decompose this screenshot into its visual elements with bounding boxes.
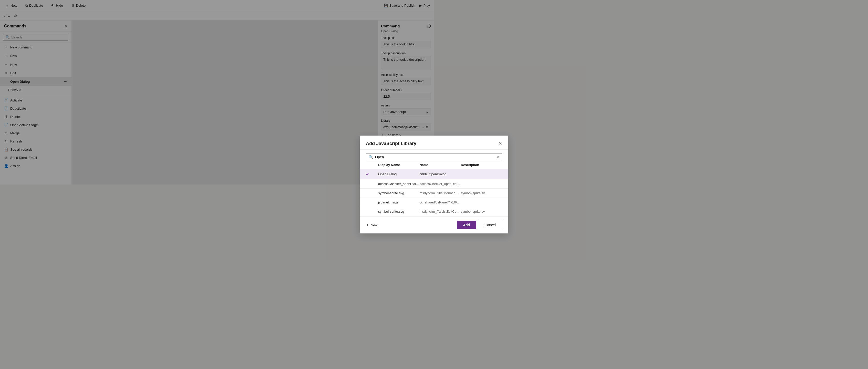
modal-title: Add JavaScript Library: [366, 141, 416, 146]
modal-table: Display Name Name Description ✔ Open Dia…: [360, 161, 434, 184]
table-header: Display Name Name Description: [360, 161, 434, 169]
cell-name: accessChecker_openDial...: [420, 182, 434, 184]
header-checkbox-col: [366, 163, 378, 167]
header-name: Name: [420, 163, 434, 167]
table-row[interactable]: accessChecker_openDialog.js accessChecke…: [360, 179, 434, 184]
modal-search-box[interactable]: 🔍 ✕: [366, 153, 434, 161]
modal-search-area: 🔍 ✕: [360, 150, 434, 161]
search-icon: 🔍: [369, 155, 373, 159]
cell-display-name: Open Dialog: [378, 172, 420, 176]
modal-header: Add JavaScript Library ✕: [360, 136, 434, 150]
add-js-library-modal: Add JavaScript Library ✕ 🔍 ✕ Display Nam…: [360, 136, 434, 184]
header-display-name: Display Name: [378, 163, 420, 167]
cell-name: crfb6_OpenDialog: [420, 172, 434, 176]
modal-search-input[interactable]: [375, 155, 434, 159]
table-row[interactable]: ✔ Open Dialog crfb6_OpenDialog: [360, 169, 434, 179]
cell-display-name: accessChecker_openDialog.js: [378, 182, 420, 184]
modal-overlay: Add JavaScript Library ✕ 🔍 ✕ Display Nam…: [0, 0, 434, 184]
selected-indicator: ✔: [366, 172, 378, 176]
